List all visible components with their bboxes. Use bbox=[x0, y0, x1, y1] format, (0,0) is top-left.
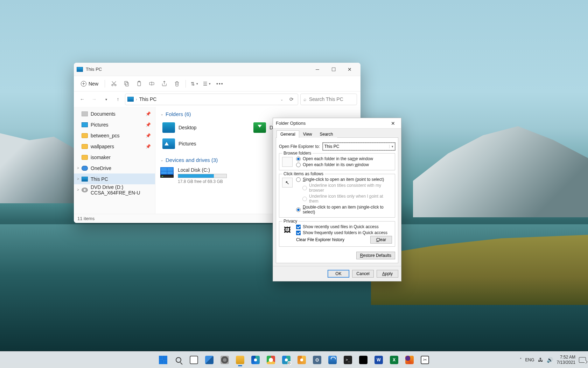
file-explorer-button[interactable] bbox=[233, 353, 247, 367]
paste-button[interactable] bbox=[133, 79, 145, 89]
tab-general[interactable]: General bbox=[276, 130, 299, 138]
copy-button[interactable] bbox=[120, 79, 132, 89]
edge-button[interactable] bbox=[248, 353, 262, 367]
settings-app-button[interactable] bbox=[310, 353, 324, 367]
edge-dev-button[interactable] bbox=[279, 353, 293, 367]
privacy-icon: 🖼 bbox=[282, 225, 293, 235]
nav-row: ← → ▾ ↑ › This PC ⌄ ⟳ ⌕ bbox=[74, 91, 360, 107]
svg-rect-2 bbox=[125, 83, 128, 86]
chrome-button[interactable] bbox=[264, 353, 278, 367]
widgets-button[interactable] bbox=[202, 353, 216, 367]
chevron-right-icon: › bbox=[136, 97, 137, 101]
settings-button[interactable] bbox=[218, 353, 232, 367]
chevron-down-icon: ⌄ bbox=[160, 112, 163, 116]
chevron-right-icon[interactable]: > bbox=[76, 177, 80, 181]
click-items-group: Click items as follows ↖ Single-click to… bbox=[279, 174, 395, 218]
radio-single-click[interactable]: Single-click to open an item (point to s… bbox=[296, 177, 392, 182]
task-view-button[interactable] bbox=[187, 353, 201, 367]
sidebar-item-this-pc[interactable]: >This PC bbox=[74, 173, 155, 184]
edge-canary-button[interactable] bbox=[295, 353, 309, 367]
sidebar-item-between-pcs[interactable]: between_pcs📌 bbox=[74, 130, 155, 141]
share-button[interactable] bbox=[158, 79, 170, 89]
sidebar-item-isomaker[interactable]: isomaker bbox=[74, 152, 155, 163]
folder-desktop[interactable]: Desktop bbox=[162, 121, 246, 135]
search-button[interactable] bbox=[172, 353, 186, 367]
open-to-label: Open File Explorer to: bbox=[279, 144, 320, 149]
titlebar[interactable]: This PC ─ ☐ ✕ bbox=[74, 63, 360, 76]
sidebar-item-documents[interactable]: Documents📌 bbox=[74, 108, 155, 119]
radio-same-window[interactable]: Open each folder in the same window bbox=[296, 156, 392, 161]
ok-button[interactable]: OK bbox=[328, 270, 349, 278]
sidebar-item-label: DVD Drive (D:) CCSA_X64FRE_EN-U bbox=[91, 184, 152, 196]
close-button[interactable]: ✕ bbox=[342, 64, 358, 75]
open-to-combo[interactable]: This PC ▾ bbox=[323, 143, 395, 150]
forward-button[interactable]: → bbox=[89, 94, 99, 104]
minimize-button[interactable]: ─ bbox=[309, 64, 326, 75]
sidebar-item-pictures[interactable]: Pictures📌 bbox=[74, 119, 155, 130]
breadcrumb[interactable]: This PC bbox=[139, 96, 157, 102]
clear-history-label: Clear File Explorer history bbox=[296, 237, 344, 242]
tab-search[interactable]: Search bbox=[316, 130, 337, 138]
new-button[interactable]: New bbox=[77, 80, 102, 88]
word-button[interactable]: W bbox=[372, 353, 386, 367]
maximize-button[interactable]: ☐ bbox=[326, 64, 342, 75]
excel-button[interactable]: X bbox=[387, 353, 401, 367]
notifications-button[interactable] bbox=[579, 357, 586, 363]
check-frequent-folders[interactable]: Show frequently used folders in Quick ac… bbox=[296, 230, 392, 235]
radio-double-click[interactable]: Double-click to open an item (single-cli… bbox=[296, 205, 392, 214]
search-input[interactable] bbox=[309, 96, 354, 102]
folder-label: Desktop bbox=[178, 125, 196, 130]
sidebar-item-label: This PC bbox=[91, 176, 108, 182]
network-icon[interactable]: 🖧 bbox=[538, 357, 543, 363]
fold-icon bbox=[82, 155, 88, 160]
apply-button[interactable]: Apply bbox=[377, 270, 398, 278]
up-button[interactable]: ↑ bbox=[113, 94, 123, 104]
check-recent-files[interactable]: Show recently used files in Quick access bbox=[296, 224, 392, 229]
start-button[interactable] bbox=[156, 353, 170, 367]
radio-own-window[interactable]: Open each folder in its own window bbox=[296, 162, 392, 167]
dialog-titlebar[interactable]: Folder Options ✕ bbox=[273, 118, 401, 129]
store-button[interactable] bbox=[326, 353, 340, 367]
view-button[interactable]: ☰ ▾ bbox=[201, 80, 213, 88]
navigation-pane: Documents📌Pictures📌between_pcs📌wallpaper… bbox=[74, 107, 155, 214]
tray-overflow-button[interactable]: ˄ bbox=[520, 357, 522, 362]
pin-icon: 📌 bbox=[146, 122, 151, 127]
drive-tile-c[interactable]: Local Disk (C:) 17.8 GB free of 69.3 GB bbox=[160, 165, 251, 186]
chevron-right-icon[interactable]: > bbox=[76, 188, 80, 192]
pc-icon bbox=[82, 177, 88, 182]
folder-pictures[interactable]: Pictures bbox=[162, 137, 246, 151]
cut-button[interactable] bbox=[108, 79, 120, 89]
time: 7:52 AM bbox=[560, 355, 575, 360]
terminal-button[interactable] bbox=[341, 353, 355, 367]
delete-button[interactable] bbox=[171, 79, 183, 89]
rename-button[interactable] bbox=[146, 79, 158, 89]
sort-button[interactable]: ⇅ ▾ bbox=[189, 80, 200, 88]
refresh-button[interactable]: ⟳ bbox=[287, 96, 296, 102]
sidebar-item-onedrive[interactable]: >OneDrive bbox=[74, 163, 155, 173]
sidebar-item-dvd-drive-d-ccsa-x64fre-en-u[interactable]: >DVD Drive (D:) CCSA_X64FRE_EN-U bbox=[74, 184, 155, 195]
restore-defaults-button[interactable]: Restore Defaults bbox=[356, 252, 395, 259]
pin-icon: 📌 bbox=[146, 133, 151, 138]
firefox-button[interactable] bbox=[402, 353, 416, 367]
more-button[interactable]: ••• bbox=[214, 80, 226, 88]
back-button[interactable]: ← bbox=[77, 94, 87, 104]
taskbar: W X ˄ ENG 🖧 🔊 7:52 AM 7/13/2021 bbox=[0, 351, 588, 368]
address-bar[interactable]: › This PC ⌄ ⟳ bbox=[125, 94, 298, 105]
pin-icon: 📌 bbox=[146, 111, 151, 116]
sidebar-item-wallpapers[interactable]: wallpapers📌 bbox=[74, 141, 155, 152]
cmd-button[interactable] bbox=[356, 353, 370, 367]
cancel-button[interactable]: Cancel bbox=[352, 270, 374, 278]
clock[interactable]: 7:52 AM 7/13/2021 bbox=[557, 355, 575, 365]
close-button[interactable]: ✕ bbox=[388, 120, 398, 127]
chevron-down-icon[interactable]: ⌄ bbox=[278, 97, 285, 101]
tab-view[interactable]: View bbox=[299, 130, 316, 138]
volume-icon[interactable]: 🔊 bbox=[547, 357, 553, 363]
snipping-tool-button[interactable] bbox=[418, 353, 432, 367]
recent-button[interactable]: ▾ bbox=[101, 94, 111, 104]
chevron-right-icon[interactable]: > bbox=[76, 166, 80, 170]
search-box[interactable]: ⌕ bbox=[300, 94, 357, 105]
chevron-down-icon: ⌄ bbox=[160, 158, 163, 162]
clear-button[interactable]: Clear bbox=[370, 236, 392, 244]
language-indicator[interactable]: ENG bbox=[525, 357, 534, 362]
view-icon: ☰ bbox=[203, 81, 208, 87]
